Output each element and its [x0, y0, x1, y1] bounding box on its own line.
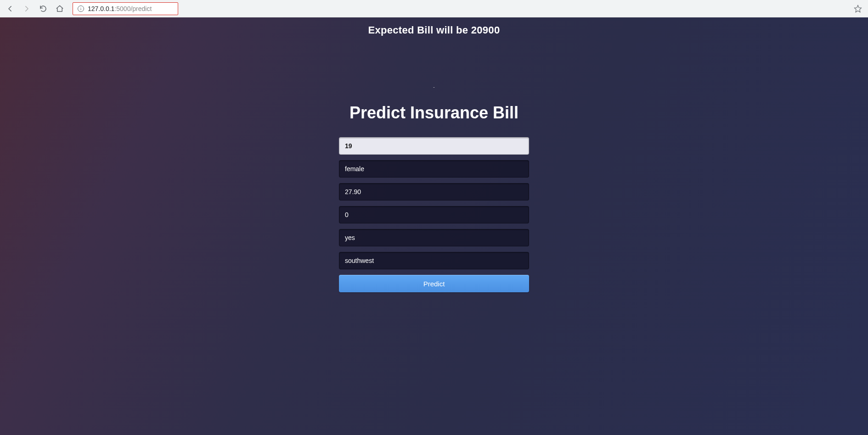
- sex-input[interactable]: [339, 160, 529, 178]
- region-input[interactable]: [339, 252, 529, 269]
- home-button[interactable]: [53, 2, 66, 15]
- bmi-input[interactable]: [339, 183, 529, 201]
- predict-button[interactable]: Predict: [339, 275, 529, 292]
- svg-marker-0: [855, 5, 862, 12]
- age-input[interactable]: [339, 137, 529, 155]
- url-path: :5000/predict: [114, 5, 152, 12]
- arrow-right-icon: [23, 5, 31, 13]
- bookmark-button[interactable]: [851, 2, 864, 15]
- url-host: 127.0.0.1: [88, 5, 114, 12]
- children-input[interactable]: [339, 206, 529, 223]
- browser-toolbar: i 127.0.0.1:5000/predict: [0, 0, 868, 17]
- subtitle-dash: -: [339, 84, 529, 89]
- address-bar[interactable]: i 127.0.0.1:5000/predict: [73, 2, 178, 15]
- smoker-input[interactable]: [339, 229, 529, 246]
- forward-button[interactable]: [20, 2, 33, 15]
- home-icon: [56, 5, 64, 13]
- site-info-icon[interactable]: i: [78, 6, 84, 12]
- page-content: Expected Bill will be 20900 - Predict In…: [0, 17, 868, 435]
- result-banner: Expected Bill will be 20900: [368, 24, 500, 36]
- star-icon: [854, 5, 862, 13]
- form-title: Predict Insurance Bill: [339, 103, 529, 123]
- arrow-left-icon: [6, 5, 14, 13]
- back-button[interactable]: [4, 2, 17, 15]
- url-text: 127.0.0.1:5000/predict: [88, 5, 152, 12]
- reload-icon: [39, 5, 47, 13]
- form-container: - Predict Insurance Bill Predict: [339, 84, 529, 292]
- reload-button[interactable]: [37, 2, 50, 15]
